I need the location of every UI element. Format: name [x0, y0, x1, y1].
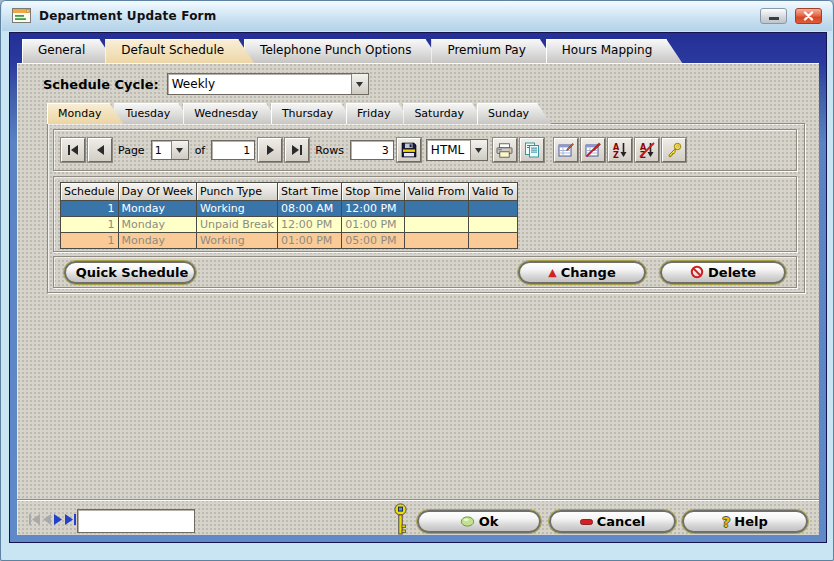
schedule-cycle-select[interactable]: Weekly	[167, 73, 369, 95]
help-button[interactable]: ? Help	[682, 510, 808, 533]
save-button[interactable]	[397, 138, 421, 162]
column-header-valid-from[interactable]: Valid From	[404, 183, 468, 201]
cell-valid-from	[404, 233, 468, 249]
ok-label: Ok	[479, 514, 499, 529]
cell-start-time: 08:00 AM	[277, 201, 341, 217]
tab-label: Default Schedule	[121, 43, 224, 57]
footer-bar: Ok Cancel ? Help	[17, 501, 819, 535]
tab-label: Premium Pay	[447, 43, 525, 57]
tab-telephone-punch-options[interactable]: Telephone Punch Options	[244, 39, 441, 63]
first-page-icon	[67, 145, 79, 155]
tab-thursday[interactable]: Thursday	[271, 103, 355, 124]
change-label: Change	[561, 265, 616, 280]
cell-stop-time: 12:00 PM	[342, 201, 404, 217]
cell-start-time: 12:00 PM	[277, 217, 341, 233]
page-value: 1	[152, 144, 171, 157]
quick-schedule-button[interactable]: Quick Schedule	[64, 261, 196, 284]
export-format-value: HTML	[427, 143, 470, 157]
next-page-button[interactable]	[258, 138, 282, 162]
rows-field[interactable]	[350, 140, 394, 160]
record-prev-icon[interactable]	[42, 514, 52, 525]
copy-button[interactable]	[520, 138, 544, 162]
table-row[interactable]: 1 Monday Unpaid Break 12:00 PM 01:00 PM	[61, 217, 518, 233]
prev-page-icon	[96, 145, 105, 155]
prev-page-button[interactable]	[88, 138, 112, 162]
day-tab-strip: Monday Tuesday Wednesday Thursday Friday…	[47, 103, 542, 124]
table-row[interactable]: 1 Monday Working 01:00 PM 05:00 PM	[61, 233, 518, 249]
tab-label: Hours Mapping	[562, 43, 652, 57]
page-select[interactable]: 1	[151, 140, 189, 160]
record-next-icon[interactable]	[53, 514, 63, 525]
column-header-start-time[interactable]: Start Time	[277, 183, 341, 201]
last-page-icon	[291, 145, 303, 155]
tab-hours-mapping[interactable]: Hours Mapping	[546, 39, 682, 63]
form-edit-slash-icon	[585, 142, 601, 158]
table-row[interactable]: 1 Monday Working 08:00 AM 12:00 PM	[61, 201, 518, 217]
tab-saturday[interactable]: Saturday	[403, 103, 486, 124]
clear-grid-settings-button[interactable]	[581, 138, 605, 162]
delete-button[interactable]: Delete	[660, 261, 786, 284]
quick-schedule-label: Quick Schedule	[76, 265, 189, 280]
cell-valid-to	[468, 217, 517, 233]
first-page-button[interactable]	[61, 138, 85, 162]
change-button[interactable]: ▲ Change	[518, 261, 646, 284]
close-icon	[803, 11, 814, 21]
export-format-select[interactable]: HTML	[426, 139, 488, 161]
tab-sunday[interactable]: Sunday	[477, 103, 551, 124]
key-icon	[666, 142, 682, 158]
row-actions-bar: Quick Schedule ▲ Change Delete	[53, 256, 797, 288]
record-filter-input[interactable]	[77, 509, 195, 533]
print-button[interactable]	[493, 138, 517, 162]
tab-general[interactable]: General	[22, 39, 115, 63]
tab-wednesday[interactable]: Wednesday	[183, 103, 280, 124]
remove-sort-button[interactable]: AZ	[635, 138, 659, 162]
day-schedule-panel: Page 1 of Rows HTML	[47, 123, 805, 293]
record-first-icon[interactable]	[29, 514, 41, 525]
tab-friday[interactable]: Friday	[346, 103, 412, 124]
cell-valid-from	[404, 217, 468, 233]
close-button[interactable]	[795, 8, 822, 24]
form-window-icon	[12, 8, 32, 24]
cell-punch-type: Unpaid Break	[196, 217, 277, 233]
rows-label: Rows	[312, 144, 347, 157]
cancel-button[interactable]: Cancel	[549, 510, 676, 533]
change-triangle-icon: ▲	[548, 267, 556, 278]
tab-default-schedule[interactable]: Default Schedule	[105, 39, 254, 63]
ok-ellipse-icon	[460, 516, 475, 527]
printer-icon	[496, 143, 513, 158]
grid-toolbar: Page 1 of Rows HTML	[53, 129, 797, 171]
record-navigator	[29, 514, 76, 525]
last-page-button[interactable]	[285, 138, 309, 162]
delete-label: Delete	[708, 265, 756, 280]
cancel-label: Cancel	[597, 514, 646, 529]
schedule-cycle-label: Schedule Cycle:	[43, 77, 159, 92]
grid-key-button[interactable]	[662, 138, 686, 162]
ok-button[interactable]: Ok	[417, 510, 541, 533]
minimize-button[interactable]	[760, 8, 787, 24]
tab-monday[interactable]: Monday	[47, 103, 123, 124]
tab-tuesday[interactable]: Tuesday	[114, 103, 192, 124]
total-pages-field[interactable]	[211, 140, 255, 160]
tab-panel-frame: General Default Schedule Telephone Punch…	[9, 32, 827, 543]
cell-stop-time: 05:00 PM	[342, 233, 404, 249]
page-label: Page	[115, 144, 148, 157]
day-tab-label: Wednesday	[194, 107, 258, 120]
record-last-icon[interactable]	[64, 514, 76, 525]
next-page-icon	[266, 145, 275, 155]
grid-properties-button[interactable]	[554, 138, 578, 162]
question-mark-icon: ?	[722, 515, 730, 529]
sort-az-icon: AZ	[612, 142, 628, 158]
column-header-stop-time[interactable]: Stop Time	[342, 183, 404, 201]
column-header-schedule[interactable]: Schedule	[61, 183, 119, 201]
no-entry-icon	[690, 265, 704, 279]
sort-ascending-button[interactable]: AZ	[608, 138, 632, 162]
column-header-punch-type[interactable]: Punch Type	[196, 183, 277, 201]
column-header-day-of-week[interactable]: Day Of Week	[118, 183, 196, 201]
tab-label: Telephone Punch Options	[260, 43, 411, 57]
window-title: Department Update Form	[39, 9, 216, 23]
titlebar[interactable]: Department Update Form	[2, 1, 832, 31]
tab-premium-pay[interactable]: Premium Pay	[431, 39, 555, 63]
column-header-valid-to[interactable]: Valid To	[468, 183, 517, 201]
day-tab-label: Thursday	[282, 107, 333, 120]
sort-az-slash-icon: AZ	[639, 142, 655, 158]
